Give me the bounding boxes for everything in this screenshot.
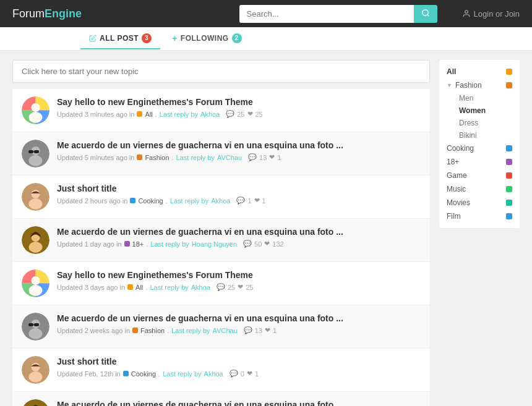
svg-point-19	[29, 198, 43, 209]
meta-sep: .	[155, 111, 157, 118]
category-item: 18+	[439, 155, 520, 169]
last-reply-user[interactable]: AVChau	[217, 154, 242, 161]
tab-following[interactable]: + FOLLOWING 2	[163, 28, 251, 49]
cat-item[interactable]: Cooking	[439, 142, 520, 155]
like-icon: ❤	[264, 240, 270, 248]
comment-count: 13	[259, 154, 267, 161]
cat-color-dot	[506, 145, 512, 151]
cat-label-wrap: Music	[447, 185, 466, 193]
new-topic-input[interactable]	[12, 60, 430, 83]
tag-label: Fashion	[145, 154, 169, 161]
like-count: 132	[272, 240, 283, 248]
cat-item[interactable]: Movies	[439, 196, 520, 209]
tab-all-post-badge: 3	[142, 33, 152, 43]
tab-all-post-label: ALL POST	[100, 34, 139, 43]
sidebar: All ▼ Fashion MenWomenDressBikini Cookin…	[439, 60, 520, 406]
svg-point-39	[29, 371, 43, 383]
cat-color-dot	[506, 82, 512, 88]
main-layout: Say hello to new Enginethemes's Forum Th…	[0, 51, 532, 406]
last-reply-user[interactable]: Akhoa	[200, 111, 220, 118]
last-reply-text: Last reply by	[160, 111, 198, 118]
meta-time: Updated 1 day ago in	[57, 240, 122, 248]
meta-time: Updated 2 weeks ago in	[57, 327, 130, 334]
category-item: Cooking	[439, 142, 520, 155]
post-item: Me acuerdo de un viernes de guacherna vi…	[12, 132, 430, 175]
like-count: 1	[277, 154, 281, 161]
last-reply-user[interactable]: Akhoa	[204, 370, 223, 378]
post-item: Just short title Updated 2 hours ago in …	[12, 176, 430, 218]
svg-point-33	[29, 328, 43, 339]
svg-point-9	[32, 103, 40, 112]
post-body: Me acuerdo de un viernes de guacherna vi…	[57, 313, 421, 334]
cat-sub-item[interactable]: Dress	[452, 117, 520, 129]
cat-label-wrap: Film	[447, 212, 461, 221]
like-count: 25	[255, 111, 263, 118]
cat-sub-item[interactable]: Women	[452, 104, 520, 117]
post-item: Just short title Updated Feb, 12th in Co…	[12, 349, 430, 391]
post-title[interactable]: Just short title	[57, 356, 421, 367]
like-icon: ❤	[269, 153, 275, 161]
cat-item[interactable]: 18+	[439, 155, 520, 169]
svg-rect-15	[34, 150, 39, 153]
post-body: Me acuerdo de un viernes de guacherna vi…	[57, 226, 421, 248]
meta-time: Updated 3 minutes ago in	[57, 111, 134, 118]
comment-icon: 💬	[243, 240, 252, 248]
cat-item[interactable]: Film	[439, 209, 520, 223]
last-reply-text: Last reply by	[170, 197, 208, 205]
meta-time: Updated Feb, 12th in	[57, 370, 121, 378]
post-title[interactable]: Say hello to new Enginethemes's Forum Th…	[57, 96, 421, 108]
comment-icon: 💬	[248, 153, 257, 161]
avatar	[22, 313, 49, 340]
cat-name: All	[447, 67, 456, 76]
like-count: 25	[246, 284, 253, 291]
svg-point-13	[29, 155, 43, 166]
cat-item[interactable]: ▼ Fashion	[439, 78, 520, 92]
tab-all-post[interactable]: ALL POST 3	[80, 28, 160, 49]
comment-count: 0	[241, 370, 244, 378]
cat-name: Fashion	[455, 81, 482, 90]
user-icon	[462, 9, 471, 18]
login-area[interactable]: Login or Join	[462, 9, 520, 19]
svg-point-10	[29, 112, 43, 123]
post-title[interactable]: Say hello to new Enginethemes's Forum Th…	[57, 269, 421, 281]
search-input[interactable]	[239, 5, 414, 23]
last-reply-user[interactable]: Akhoa	[211, 197, 230, 205]
cat-label-wrap: Movies	[447, 198, 470, 207]
post-title[interactable]: Me acuerdo de un viernes de guacherna vi…	[57, 313, 421, 324]
cat-item[interactable]: Music	[439, 182, 520, 196]
svg-rect-35	[34, 323, 39, 326]
meta-sep: .	[146, 240, 148, 248]
post-title[interactable]: Me acuerdo de un viernes de guacherna vi…	[57, 140, 421, 151]
svg-point-38	[32, 363, 40, 371]
cat-color-dot	[506, 200, 512, 206]
category-item: All	[439, 65, 520, 78]
cat-sub-item[interactable]: Bikini	[452, 129, 520, 142]
meta-sep: .	[172, 154, 174, 161]
plus-icon: +	[172, 33, 178, 43]
meta-time: Updated 5 minutes ago in	[57, 154, 134, 161]
post-title[interactable]: Just short title	[57, 183, 421, 194]
search-button[interactable]	[414, 5, 437, 23]
cat-sub-item[interactable]: Men	[452, 92, 520, 104]
cat-item[interactable]: Game	[439, 169, 520, 182]
tag-dot	[127, 284, 133, 290]
login-text: Login or Join	[474, 9, 520, 19]
category-item: Film	[439, 209, 520, 223]
svg-line-1	[427, 14, 429, 16]
post-body: Say hello to new Enginethemes's Forum Th…	[57, 96, 421, 118]
avatar	[22, 183, 49, 211]
comment-icon: 💬	[230, 370, 238, 378]
last-reply-user[interactable]: AVChau	[213, 327, 238, 334]
sub-header: ALL POST 3 + FOLLOWING 2	[0, 27, 532, 51]
last-reply-user[interactable]: Akhoa	[191, 284, 210, 291]
svg-rect-14	[28, 150, 33, 153]
post-title[interactable]: Me acuerdo de un viernes de guacherna vi…	[57, 399, 421, 406]
post-meta: Updated 3 days ago in All . Last reply b…	[57, 283, 421, 291]
edit-icon	[89, 35, 97, 42]
post-title[interactable]: Me acuerdo de un viernes de guacherna vi…	[57, 226, 421, 237]
cat-item[interactable]: All	[439, 65, 520, 78]
last-reply-user[interactable]: Hoang Nguyen	[192, 240, 237, 248]
meta-time: Updated 2 hours ago in	[57, 197, 127, 205]
avatar	[22, 269, 49, 297]
meta-time: Updated 3 days ago in	[57, 284, 125, 291]
